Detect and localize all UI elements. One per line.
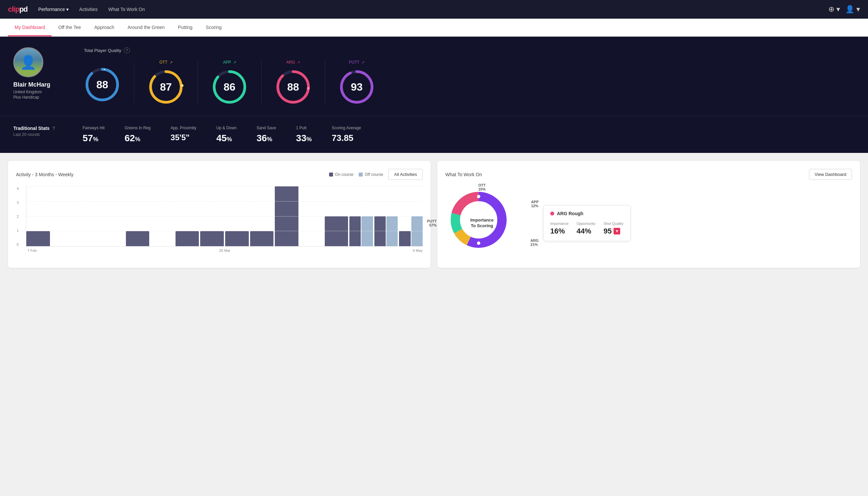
work-on-card: What To Work On View Dashboard OTT10% AP… (437, 161, 860, 268)
bar-group (399, 216, 423, 246)
work-on-content: OTT10% APP12% ARG21% PUTT57% (445, 187, 852, 260)
bar-group (175, 231, 199, 246)
donut-chart: ImportanceTo Scoring (445, 187, 519, 260)
label-putt: PUTT57% (427, 219, 437, 227)
view-dashboard-button[interactable]: View Dashboard (809, 169, 852, 180)
label-arg: ARG21% (531, 238, 539, 247)
all-activities-button[interactable]: All Activities (388, 169, 423, 180)
bar-oncourse (349, 216, 361, 246)
metric-ott-value: 87 (160, 81, 172, 93)
tab-approach[interactable]: Approach (88, 19, 121, 36)
player-name: Blair McHarg (13, 81, 50, 88)
info-card-header: ARG Rough (550, 211, 624, 216)
logo[interactable]: clippd (8, 5, 28, 14)
bar-oncourse (250, 231, 274, 246)
bar-oncourse (26, 231, 50, 246)
circle-total: 88 (84, 66, 121, 103)
bar-oncourse (275, 186, 298, 246)
svg-point-17 (477, 195, 480, 198)
bar-group (225, 231, 249, 246)
stat-oneputt: 1 Putt 33% (296, 126, 312, 143)
metric-arg-label: ARG ↗ (286, 60, 300, 65)
metric-app: APP ↗ 86 (198, 60, 262, 105)
stats-title: Traditional Stats ? (13, 126, 67, 131)
stat-gir: Greens In Reg 62% (125, 126, 151, 143)
bar-oncourse (175, 231, 199, 246)
metric-shot-quality: Shot Quality 95 ▼ (603, 221, 624, 235)
metric-arg: ARG ↗ 88 (262, 60, 325, 105)
metric-total: 88 (84, 62, 134, 103)
nav-what-to-work-on[interactable]: What To Work On (108, 7, 145, 12)
info-dot (550, 212, 554, 216)
nav-links: Performance ▾ Activities What To Work On (38, 7, 145, 12)
info-metrics: Importance 16% Opportunity 44% Shot Qual… (550, 221, 624, 235)
bar-oncourse (399, 231, 410, 246)
bar-offcourse (361, 216, 373, 246)
legend-offcourse-dot (359, 173, 363, 176)
donut-wrapper: OTT10% APP12% ARG21% PUTT57% (445, 187, 519, 260)
hero-inner: Blair McHarg United Kingdom Plus Handica… (13, 47, 855, 105)
tab-off-the-tee[interactable]: Off the Tee (52, 19, 88, 36)
metric-putt-label: PUTT ↗ (349, 60, 364, 65)
nav-left: clippd Performance ▾ Activities What To … (8, 5, 145, 14)
add-button[interactable]: ⊕ ▾ (828, 5, 840, 14)
metric-ott: OTT ↗ 87 (134, 60, 198, 105)
bar-group (275, 186, 298, 246)
bar-group (126, 231, 149, 246)
bar-oncourse (325, 216, 348, 246)
metric-putt-value: 93 (351, 81, 363, 93)
bar-group (26, 231, 50, 246)
bar-oncourse (374, 216, 386, 246)
stat-sandsave: Sand Save 36% (256, 126, 276, 143)
tab-putting[interactable]: Putting (171, 19, 199, 36)
donut-center-text: ImportanceTo Scoring (470, 218, 494, 229)
metric-total-value: 88 (96, 79, 108, 91)
player-handicap: Plus Handicap (13, 95, 39, 99)
down-badge: ▼ (614, 228, 620, 234)
circle-ott: 87 (147, 68, 184, 105)
bar-group (349, 216, 373, 246)
bar-oncourse (126, 231, 149, 246)
user-menu-button[interactable]: 👤 ▾ (845, 5, 860, 14)
hero-section: Blair McHarg United Kingdom Plus Handica… (0, 37, 868, 116)
metric-opportunity: Opportunity 44% (577, 221, 596, 235)
work-on-title: What To Work On (445, 172, 482, 177)
activity-legend: On course Off course (329, 172, 383, 177)
bar-offcourse (386, 216, 398, 246)
player-info: Blair McHarg United Kingdom Plus Handica… (13, 47, 73, 99)
work-on-header: What To Work On View Dashboard (445, 169, 852, 180)
stat-scoring-avg: Scoring Average 73.85 (332, 126, 361, 143)
stats-subtitle: Last 20 rounds (13, 132, 67, 137)
legend-oncourse: On course (329, 172, 353, 177)
chart-bars (26, 187, 423, 247)
tab-scoring[interactable]: Scoring (199, 19, 228, 36)
bar-oncourse (200, 231, 224, 246)
nav-performance[interactable]: Performance ▾ (38, 7, 68, 12)
avatar (13, 47, 43, 77)
top-nav: clippd Performance ▾ Activities What To … (0, 0, 868, 19)
legend-offcourse: Off course (359, 172, 383, 177)
bar-group (200, 231, 224, 246)
tpq-help-icon[interactable]: ? (124, 47, 130, 53)
svg-point-18 (477, 242, 480, 245)
nav-activities[interactable]: Activities (79, 7, 98, 12)
tpq-title: Total Player Quality ? (84, 47, 855, 53)
bar-oncourse (225, 231, 249, 246)
stat-updown: Up & Down 45% (216, 126, 236, 143)
stats-help-icon[interactable]: ? (52, 126, 55, 131)
stats-grid: Fairways Hit 57% Greens In Reg 62% App. … (83, 126, 855, 143)
circle-app: 86 (211, 68, 248, 105)
metric-importance: Importance 16% (550, 221, 569, 235)
chart-area: 0 1 2 3 4 7 Feb 28 Mar (16, 187, 423, 260)
y-labels: 0 1 2 3 4 (17, 187, 19, 247)
activity-card: Activity - 3 Months - Weekly On course O… (8, 161, 431, 268)
player-country: United Kingdom (13, 90, 42, 94)
activity-card-header: Activity - 3 Months - Weekly On course O… (16, 169, 423, 180)
stat-proximity: App. Proximity 35'5" (171, 126, 196, 143)
tpq-section: Total Player Quality ? 88 (84, 47, 855, 105)
tab-bar: My Dashboard Off the Tee Approach Around… (0, 19, 868, 37)
tab-around-the-green[interactable]: Around the Green (121, 19, 171, 36)
metric-app-label: APP ↗ (223, 60, 236, 65)
bar-offcourse (411, 216, 423, 246)
tab-my-dashboard[interactable]: My Dashboard (8, 19, 52, 36)
